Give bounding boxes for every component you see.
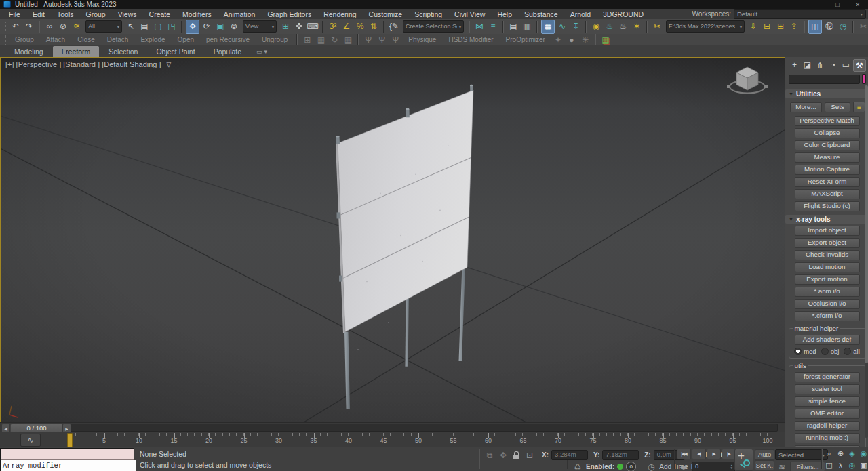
utility-perspective-match-button[interactable]: Perspective Match — [795, 116, 860, 126]
autosave-icon[interactable]: ◫ — [808, 20, 822, 34]
menu-3dground[interactable]: 3DGROUND — [597, 10, 650, 18]
zoom-all-icon[interactable]: ⊕ — [835, 449, 846, 459]
zoom-extents-all-icon[interactable]: ◉ — [859, 449, 868, 459]
panel-scrollbar[interactable] — [865, 85, 868, 438]
ribbon-grip[interactable] — [3, 35, 6, 45]
selection-filter-dropdown[interactable]: All▾ — [85, 20, 122, 33]
menu-graph-editors[interactable]: Graph Editors — [261, 10, 317, 18]
maximize-button[interactable]: □ — [827, 0, 848, 9]
select-and-manipulate-icon[interactable]: ✜ — [293, 20, 305, 33]
utility-measure-button[interactable]: Measure — [795, 152, 860, 163]
time-slider-track[interactable] — [9, 424, 778, 432]
physique-button[interactable]: Physique — [402, 36, 442, 43]
modify-tab[interactable]: ◪ — [802, 59, 813, 70]
menu-arnold[interactable]: Arnold — [564, 10, 597, 18]
utils-omf-editor-button[interactable]: OMF editor — [795, 409, 860, 419]
menu-help[interactable]: Help — [491, 10, 518, 18]
key-set-dropdown[interactable]: Selected ▾ — [775, 449, 828, 460]
auto-key-button[interactable]: Auto — [755, 449, 774, 460]
assembly-preview-icon[interactable]: ▦ — [315, 35, 327, 45]
xray-export-object-button[interactable]: Export object — [795, 238, 860, 248]
bind-to-space-warp-icon[interactable]: ≋ — [71, 20, 83, 33]
viewport-label-text[interactable]: [+] [Perspective ] [Standard ] [Default … — [5, 60, 161, 68]
utils-ragdoll-helper-button[interactable]: ragdoll helper — [795, 421, 860, 431]
autoback-12-icon[interactable]: ⑫ — [823, 20, 835, 33]
key-step-toggle-icon[interactable]: ◂▸ — [677, 460, 690, 471]
display-tab[interactable]: ▭ — [840, 59, 852, 70]
detach-button[interactable]: Detach — [101, 36, 135, 43]
workspace-dropdown[interactable]: Default ▾ — [734, 9, 866, 19]
xray-import-object-button[interactable]: Import object — [795, 226, 860, 236]
schematic-view-icon[interactable]: ↧ — [570, 20, 582, 33]
spinner-snap-icon[interactable]: ⇅ — [368, 20, 380, 33]
tab-freeform[interactable]: Freeform — [53, 46, 100, 57]
utils-simple-fence-button[interactable]: simple fence — [795, 396, 860, 407]
play-icon[interactable]: ▶ — [707, 449, 721, 459]
menu-customize[interactable]: Customize — [363, 10, 409, 18]
select-by-name-icon[interactable]: ▤ — [138, 20, 151, 33]
utils-forest-generator-button[interactable]: forest generator — [795, 372, 860, 382]
ribbon-minimize-toggle[interactable]: ▭ ▾ — [251, 48, 273, 57]
assembly-snapshot-icon[interactable]: ▦ — [342, 35, 354, 45]
track-bar[interactable]: ∿ 05101520253035404550556065707580859095… — [0, 432, 785, 448]
toolbar-grip[interactable] — [3, 22, 6, 31]
rollout-xray-tools[interactable]: ▼ x-ray tools — [785, 215, 868, 224]
xray-anm-i-o-button[interactable]: *.anm i/o — [795, 287, 860, 297]
time-tag-clock-icon[interactable]: ◷ — [645, 460, 657, 471]
sphere-preview-icon[interactable]: ● — [566, 35, 578, 45]
menu-edit[interactable]: Edit — [26, 10, 51, 18]
utility-maxscript-button[interactable]: MAXScript — [795, 189, 860, 199]
material-editor-icon[interactable]: ◉ — [590, 20, 602, 33]
select-and-rotate-icon[interactable]: ⟳ — [201, 20, 213, 33]
menu-substance[interactable]: Substance — [518, 10, 564, 18]
fetch-scene-icon[interactable]: ⇪ — [788, 20, 800, 33]
burst-icon[interactable]: ✳ — [579, 35, 591, 45]
select-and-place-icon[interactable]: ⊚ — [228, 20, 240, 33]
mini-curve-editor-button[interactable]: ∿ — [20, 434, 41, 447]
attach-button[interactable]: Attach — [40, 36, 71, 43]
project-folder-dropdown[interactable]: F:\3ds Max 2022\scenes▾ — [666, 20, 745, 33]
select-and-scale-icon[interactable]: ▣ — [214, 20, 226, 33]
maxscript-mini-listener[interactable]: Array modifier — [0, 448, 134, 471]
zoom-extents-icon[interactable]: ◈ — [847, 449, 857, 459]
selection-lock-icon[interactable] — [513, 451, 520, 459]
tab-modeling[interactable]: Modeling — [5, 46, 52, 57]
filters-button[interactable]: Filters... — [790, 462, 825, 471]
textools-icon[interactable]: ▦ — [599, 35, 612, 45]
modifier-star-icon[interactable]: ✦ — [552, 35, 564, 45]
set-key-mode-button[interactable]: Set K. — [755, 460, 774, 470]
close-button[interactable]: × — [848, 0, 868, 9]
menu-modifiers[interactable]: Modifiers — [176, 10, 218, 18]
xray-cform-i-o-button[interactable]: *.cform i/o — [795, 311, 860, 321]
assembly-grid-icon[interactable]: ⊞ — [301, 35, 313, 45]
selection-dim-icon[interactable]: ⧉ — [484, 449, 496, 462]
go-to-start-icon[interactable]: |◀◀ — [677, 449, 691, 459]
save-scene-icon[interactable]: ⊞ — [774, 20, 787, 33]
percent-snap-icon[interactable]: % — [354, 20, 366, 33]
object-color-swatch[interactable] — [862, 74, 866, 84]
xray-check-invalids-button[interactable]: Check invalids — [795, 250, 860, 260]
utility-motion-capture-button[interactable]: Motion Capture — [795, 165, 860, 175]
align-icon[interactable]: ≡ — [487, 20, 499, 33]
select-and-link-icon[interactable]: ∞ — [43, 20, 56, 33]
scene-explorer-icon[interactable]: ▤ — [507, 20, 519, 33]
assembly-update-icon[interactable]: ↻ — [328, 35, 340, 45]
configure-button-sets-icon[interactable]: ≡ — [853, 102, 865, 112]
menu-group[interactable]: Group — [80, 10, 112, 18]
prooptimizer-button[interactable]: ProOptimizer — [500, 36, 551, 43]
viewcube[interactable] — [722, 62, 773, 101]
rollout-utilities[interactable]: ▼ Utilities — [785, 89, 868, 98]
modifier-trident-1-icon[interactable]: Ψ — [362, 35, 374, 45]
window-crossing-icon[interactable]: ◳ — [165, 20, 178, 33]
tab-populate[interactable]: Populate — [205, 46, 250, 57]
unlink-selection-icon[interactable]: ⊘ — [57, 20, 69, 33]
add-shaders-def-button[interactable]: Add shaders def — [795, 335, 860, 345]
inactive-cut-icon[interactable]: ✂ — [857, 20, 868, 33]
scissors-icon[interactable]: ✂ — [651, 20, 663, 33]
transform-dim-icon[interactable]: ✥ — [497, 449, 509, 462]
xray-load-motion-button[interactable]: Load motion — [795, 262, 860, 272]
walkthrough-icon[interactable]: λ — [835, 460, 846, 470]
select-object-icon[interactable]: ↖ — [125, 20, 137, 33]
modifier-trident-2-icon[interactable]: Ψ — [376, 35, 388, 45]
keyboard-override-icon[interactable]: ⌨ — [307, 20, 319, 33]
